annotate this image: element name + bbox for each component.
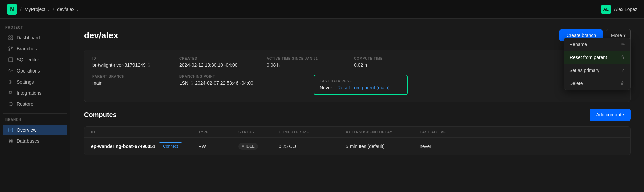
git-branch-icon — [8, 46, 13, 51]
topnav-right: AL Alex Lopez — [601, 5, 637, 14]
copy-id-icon[interactable]: ⎘ — [148, 63, 150, 67]
header-auto-suspend: Auto-suspend delay — [346, 130, 420, 134]
main-content: dev/alex Create branch More ▾ ID br-twil… — [70, 19, 644, 192]
svg-point-5 — [11, 47, 13, 48]
row-menu-cell: ⋮ — [610, 143, 624, 150]
nav-separator-2: / — [53, 6, 54, 13]
svg-rect-7 — [9, 58, 13, 62]
sidebar-item-overview[interactable]: Overview — [3, 125, 67, 135]
sidebar-item-restore[interactable]: Restore — [3, 99, 67, 109]
dropdown-delete[interactable]: Delete 🗑 — [564, 77, 630, 90]
svg-rect-1 — [11, 36, 13, 37]
parent-branch-label: PARENT BRANCH — [92, 75, 159, 78]
dropdown-menu: Rename ✏ Reset from parent 🗑 Set as prim… — [564, 38, 631, 90]
overview-icon — [8, 127, 13, 133]
sidebar: PROJECT Dashboard — [0, 19, 70, 192]
compute-size-cell: 0.25 CU — [279, 144, 346, 149]
logo-icon[interactable]: N — [7, 4, 17, 15]
header-actions — [610, 130, 624, 134]
compute-time-label: COMPUTE TIME — [354, 57, 421, 60]
sidebar-item-databases[interactable]: Databases — [3, 136, 67, 146]
table-header: Id Type Status Compute size Auto-suspend… — [84, 127, 630, 138]
branch-section-label: BRANCH — [0, 118, 70, 124]
created-label: CREATED — [179, 57, 247, 60]
header-type: Type — [198, 130, 238, 134]
id-label: ID — [92, 57, 159, 60]
computes-title: Computes — [84, 111, 117, 119]
sidebar-item-integrations-label: Integrations — [17, 90, 41, 96]
dropdown-reset-from-parent[interactable]: Reset from parent 🗑 — [564, 51, 630, 64]
status-label: IDLE — [246, 144, 255, 149]
svg-point-15 — [9, 139, 12, 141]
computes-header: Computes Add compute — [84, 109, 631, 121]
sidebar-item-sql-editor[interactable]: SQL editor — [3, 54, 67, 65]
nav-project-chevron: ⌄ — [47, 7, 50, 12]
sidebar-item-integrations[interactable]: Integrations — [3, 88, 67, 98]
parent-branch-value: main — [92, 80, 159, 86]
computes-table: Id Type Status Compute size Auto-suspend… — [84, 126, 631, 155]
sidebar-item-settings-label: Settings — [17, 79, 34, 85]
connect-button[interactable]: Connect — [159, 142, 182, 150]
topnav: N / MyProject ⌄ / dev/alex ⌄ AL Alex Lop… — [0, 0, 644, 19]
svg-rect-3 — [11, 38, 13, 40]
branching-point-lsn-label: LSN — [179, 80, 189, 86]
last-data-reset-value: Never Reset from parent (main) — [320, 85, 401, 90]
check-circle-icon: ✓ — [621, 68, 625, 73]
nav-project-name: MyProject — [24, 7, 45, 12]
row-menu-button[interactable]: ⋮ — [610, 143, 616, 150]
info-col-parent-branch: PARENT BRANCH main — [92, 75, 159, 95]
edit-icon: ✏ — [621, 42, 625, 47]
sidebar-item-dashboard-label: Dashboard — [17, 35, 40, 40]
sidebar-item-branches[interactable]: Branches — [3, 43, 67, 54]
branching-point-label: BRANCHING POINT — [179, 75, 293, 78]
gear-icon — [8, 79, 13, 85]
page-title: dev/alex — [84, 30, 118, 41]
add-compute-button[interactable]: Add compute — [590, 109, 631, 121]
sidebar-item-dashboard[interactable]: Dashboard — [3, 32, 67, 43]
sidebar-divider — [3, 113, 67, 114]
nav-separator-1: / — [20, 6, 22, 13]
branching-point-value: LSN ⎘ 2024-02-07 22:53:46 -04:00 — [179, 80, 293, 86]
reset-from-parent-link[interactable]: Reset from parent (main) — [337, 85, 390, 90]
sidebar-item-databases-label: Databases — [17, 138, 39, 144]
dropdown-rename[interactable]: Rename ✏ — [564, 38, 630, 51]
copy-lsn-icon[interactable]: ⎘ — [191, 81, 193, 85]
active-time-label: ACTIVE TIME SINCE JAN 31 — [267, 57, 334, 60]
info-col-branching-point: BRANCHING POINT LSN ⎘ 2024-02-07 22:53:4… — [179, 75, 293, 95]
compute-status-cell: IDLE — [238, 143, 279, 150]
svg-point-10 — [10, 81, 11, 83]
status-badge: IDLE — [238, 143, 258, 150]
nav-branch[interactable]: dev/alex ⌄ — [57, 7, 79, 12]
trash-icon: 🗑 — [620, 81, 625, 86]
compute-time-value: 0.02 h — [354, 62, 421, 68]
sidebar-item-operations[interactable]: Operations — [3, 65, 67, 76]
nav-branch-chevron: ⌄ — [76, 7, 79, 12]
info-row-1: ID br-twilight-river-31791249 ⎘ CREATED … — [92, 57, 622, 68]
avatar: AL — [601, 5, 611, 14]
chevron-down-icon: ▾ — [623, 33, 626, 38]
puzzle-icon — [8, 90, 13, 96]
info-grid: ID br-twilight-river-31791249 ⎘ CREATED … — [84, 50, 631, 102]
header-status: Status — [238, 130, 279, 134]
layout: PROJECT Dashboard — [0, 19, 644, 192]
auto-suspend-cell: 5 minutes (default) — [346, 144, 420, 149]
sidebar-item-sql-editor-label: SQL editor — [17, 57, 39, 62]
last-active-cell: never — [420, 144, 610, 149]
project-section-label: PROJECT — [0, 26, 70, 32]
sidebar-item-settings[interactable]: Settings — [3, 77, 67, 87]
table-icon — [8, 57, 13, 62]
header-last-active: Last active — [420, 130, 610, 134]
dropdown-set-as-primary[interactable]: Set as primary ✓ — [564, 64, 630, 77]
restore-icon — [8, 101, 13, 107]
active-time-value: 0.08 h — [267, 62, 334, 68]
sidebar-item-branches-label: Branches — [17, 46, 37, 51]
database-icon — [8, 138, 13, 144]
sidebar-item-operations-label: Operations — [17, 68, 40, 74]
sidebar-item-overview-label: Overview — [17, 127, 36, 133]
sidebar-item-restore-label: Restore — [17, 101, 33, 107]
svg-rect-2 — [9, 38, 10, 40]
info-col-compute-time: COMPUTE TIME 0.02 h — [354, 57, 421, 68]
user-name: Alex Lopez — [614, 7, 637, 12]
created-value: 2024-02-12 13:30:10 -04:00 — [179, 62, 247, 68]
nav-project[interactable]: MyProject ⌄ — [24, 7, 50, 12]
